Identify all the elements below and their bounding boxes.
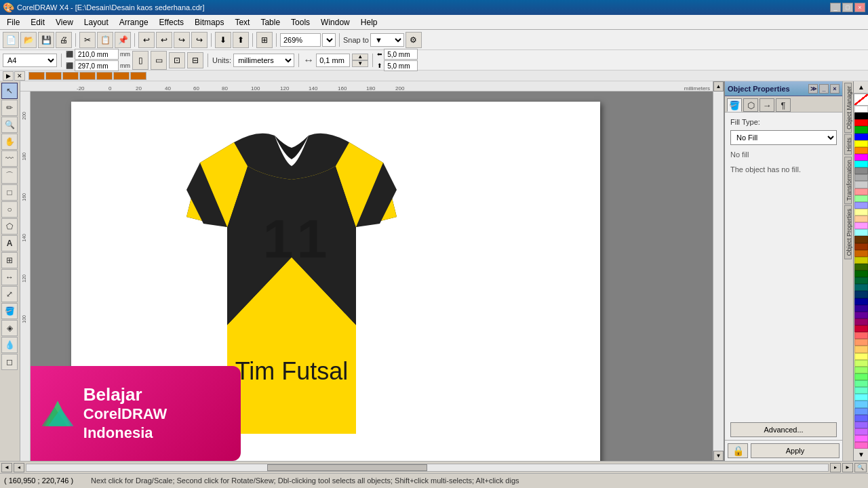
palette-color-35[interactable] <box>854 346 868 352</box>
palette-color-13[interactable] <box>854 195 868 202</box>
palette-color-31[interactable] <box>854 319 868 325</box>
paste-btn[interactable]: 📌 <box>115 32 131 48</box>
palette-color-10[interactable] <box>854 174 868 181</box>
palette-color-39[interactable] <box>854 373 868 380</box>
palette-scroll-up[interactable]: ▲ <box>854 81 868 94</box>
app-launcher-btn[interactable]: ⊞ <box>256 32 273 48</box>
palette-color-22[interactable] <box>854 257 868 264</box>
right-scrollbar[interactable]: ▲ ▼ <box>713 81 724 461</box>
menu-layout[interactable]: Layout <box>79 16 114 28</box>
import-btn[interactable]: ⬇ <box>215 32 231 48</box>
menu-bitmaps[interactable]: Bitmaps <box>189 16 229 28</box>
hscroll-track[interactable] <box>26 464 829 472</box>
palette-color-47[interactable] <box>854 428 868 435</box>
palette-color-16[interactable] <box>854 216 868 222</box>
sidebar-hints[interactable]: Hints <box>844 134 852 155</box>
palette-color-40[interactable] <box>854 380 868 387</box>
panel-close-btn[interactable]: × <box>830 84 840 94</box>
palette-color-21[interactable] <box>854 250 868 257</box>
lock-button[interactable]: 🔒 <box>728 443 748 458</box>
palette-color-24[interactable] <box>854 270 868 277</box>
polygon-tool[interactable]: ⬠ <box>1 218 18 235</box>
bottom-scrollbar[interactable]: ◄ ◂ ▸ ► 🔍 <box>0 461 868 473</box>
outline-tool[interactable]: ◻ <box>1 354 18 370</box>
zoom-tool[interactable]: 🔍 <box>1 117 18 133</box>
sidebar-transformation[interactable]: Transformation <box>844 157 852 204</box>
palette-color-17[interactable] <box>854 222 868 229</box>
palette-color-9[interactable] <box>854 167 868 174</box>
menu-file[interactable]: File <box>1 16 25 28</box>
select-tool[interactable]: ↖ <box>1 83 18 99</box>
menu-tools[interactable]: Tools <box>285 16 315 28</box>
redo2-btn[interactable]: ↪ <box>191 32 208 48</box>
palette-color-46[interactable] <box>854 422 868 428</box>
palette-color-0[interactable] <box>854 106 868 113</box>
xsize-input[interactable] <box>384 49 418 60</box>
menu-edit[interactable]: Edit <box>25 16 50 28</box>
palette-color-26[interactable] <box>854 284 868 291</box>
nudge-up[interactable]: ▲ <box>352 54 368 60</box>
bleed-btn[interactable]: ⊟ <box>187 52 203 68</box>
palette-color-11[interactable] <box>854 181 868 188</box>
smart-draw-tool[interactable]: ⌒ <box>1 167 18 184</box>
zoom-input[interactable] <box>280 33 321 47</box>
units-select[interactable]: millimeters <box>233 54 294 67</box>
nudge-input[interactable] <box>316 54 350 67</box>
hscroll-next-btn[interactable]: ▸ <box>830 463 841 472</box>
redo-btn[interactable]: ↪ <box>174 32 190 48</box>
palette-color-5[interactable] <box>854 140 868 147</box>
palette-color-37[interactable] <box>854 360 868 367</box>
pan-tool[interactable]: ✋ <box>1 134 18 150</box>
palette-color-38[interactable] <box>854 367 868 373</box>
print-btn[interactable]: 🖨 <box>56 32 72 48</box>
fill-type-select[interactable]: No Fill <box>730 130 837 145</box>
menu-view[interactable]: View <box>50 16 79 28</box>
undo2-btn[interactable]: ↩ <box>156 32 172 48</box>
hscroll-thumb[interactable] <box>267 464 427 471</box>
scroll-track[interactable] <box>713 92 724 451</box>
palette-color-48[interactable] <box>854 435 868 442</box>
palette-color-49[interactable] <box>854 442 868 449</box>
freehand2-tool[interactable]: 〰 <box>1 150 18 167</box>
tab-char[interactable]: ¶ <box>776 98 791 112</box>
zoom-out-btn[interactable]: 🔍 <box>854 463 867 472</box>
advanced-button[interactable]: Advanced... <box>730 422 837 437</box>
menu-window[interactable]: Window <box>315 16 355 28</box>
hscroll-left-btn[interactable]: ◄ <box>1 463 12 472</box>
menu-help[interactable]: Help <box>355 16 383 28</box>
freehand-tool[interactable]: ✏ <box>1 100 18 116</box>
page-size-select[interactable]: A4 <box>3 54 57 67</box>
palette-color-28[interactable] <box>854 298 868 305</box>
menu-table[interactable]: Table <box>255 16 285 28</box>
menu-text[interactable]: Text <box>229 16 255 28</box>
palette-scroll-down[interactable]: ▼ <box>854 449 868 461</box>
palette-color-44[interactable] <box>854 408 868 415</box>
nudge-down[interactable]: ▼ <box>352 60 368 67</box>
ysize-input[interactable] <box>384 60 418 71</box>
palette-color-33[interactable] <box>854 332 868 339</box>
palette-color-30[interactable] <box>854 312 868 319</box>
palette-color-6[interactable] <box>854 147 868 154</box>
close-colorstrip-btn[interactable]: ✕ <box>14 71 25 81</box>
cut-btn[interactable]: ✂ <box>79 32 96 48</box>
eyedropper-tool[interactable]: 💧 <box>1 337 18 353</box>
play-btn[interactable]: ▶ <box>3 71 14 81</box>
ellipse-tool[interactable]: ○ <box>1 201 18 218</box>
palette-color-32[interactable] <box>854 325 868 332</box>
palette-color-18[interactable] <box>854 229 868 236</box>
palette-color-1[interactable] <box>854 113 868 119</box>
page-border-btn[interactable]: ⊡ <box>169 52 185 68</box>
palette-no-color[interactable] <box>854 94 868 106</box>
palette-color-42[interactable] <box>854 394 868 401</box>
palette-color-2[interactable] <box>854 119 868 126</box>
apply-button[interactable]: Apply <box>751 443 840 458</box>
canvas-content[interactable]: 1 1 Tim Futsal <box>31 92 713 461</box>
sidebar-obj-props[interactable]: Object Properties <box>844 205 852 260</box>
page-height-input[interactable] <box>75 60 119 71</box>
palette-color-20[interactable] <box>854 243 868 250</box>
palette-color-3[interactable] <box>854 126 868 133</box>
portrait-btn[interactable]: ▯ <box>132 51 149 70</box>
close-btn[interactable]: × <box>854 3 865 12</box>
palette-color-19[interactable] <box>854 236 868 243</box>
palette-color-8[interactable] <box>854 161 868 167</box>
